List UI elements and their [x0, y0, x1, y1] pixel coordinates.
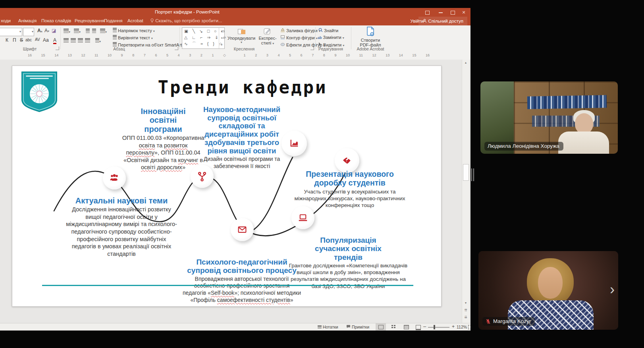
align-center-button[interactable] [71, 38, 76, 43]
participant-torso [558, 131, 609, 154]
dropdown-caret: ▾ [19, 30, 21, 33]
italic-button[interactable]: К [6, 37, 8, 43]
next-slide-button[interactable]: ⇊ [462, 315, 469, 319]
ribbon-options-icon [425, 11, 430, 15]
share-button[interactable]: Спільний доступ [418, 17, 467, 25]
shape-fill-button[interactable]: Заливка фігури ▾ [280, 28, 320, 33]
text-direction-label: Напрямок тексту [118, 28, 152, 33]
slide-sorter-icon [391, 325, 395, 328]
shape-outline-button[interactable]: Контур фігури ▾ [280, 35, 318, 40]
numbering-button[interactable]: ▾ [74, 29, 81, 34]
font-name-combo[interactable]: ▾ [0, 28, 22, 36]
arrange-button[interactable]: Упорядкувати ▾ [227, 28, 256, 44]
quick-styles-icon [264, 28, 272, 35]
block-innovative-programs[interactable]: Інноваційні освітні програми ОПП 011.00.… [121, 107, 205, 171]
tab-view[interactable]: Подання [104, 18, 122, 23]
decrease-indent-button[interactable] [86, 29, 90, 34]
envelope-icon-circle[interactable] [231, 218, 254, 241]
bullets-button[interactable]: ▾ [64, 29, 70, 34]
font-size-combo[interactable]: ▾ [23, 28, 34, 36]
line-spacing-button[interactable]: ▾ [100, 29, 107, 34]
tell-me-box[interactable]: Скажіть, що потрібно зробити... [150, 18, 222, 23]
scrollbar-thumb[interactable] [463, 164, 469, 181]
columns-button[interactable]: ▾ [95, 38, 101, 43]
restore-button[interactable] [447, 8, 458, 17]
panel-resize-handle[interactable] [471, 168, 475, 183]
strikethrough-button[interactable]: S [20, 37, 23, 43]
scroll-down-icon: ▾ [219, 35, 224, 41]
text-shadow-button[interactable]: abc [25, 38, 32, 42]
video-tile-top[interactable]: Людмила Леонідівна Хоружа [480, 81, 618, 154]
align-left-button[interactable] [64, 38, 69, 43]
block-presentation[interactable]: Презентація наукового доробку студентів … [290, 170, 409, 209]
shrink-font-button[interactable]: A▾ [44, 28, 49, 33]
shapes-gallery-scroll[interactable]: ▴ ▾ ▾ [219, 28, 224, 48]
align-right-button[interactable] [78, 38, 83, 43]
replace-icon: ab [318, 36, 322, 40]
find-label: Знайти [324, 28, 338, 33]
handshake-icon-circle[interactable] [335, 148, 359, 173]
block-psych-support[interactable]: Психолого-педагогічний супровід освітньо… [182, 258, 301, 304]
close-button[interactable]: ✕ [458, 8, 469, 17]
slideshow-view-button[interactable] [413, 323, 423, 331]
slide-sorter-view-button[interactable] [388, 323, 399, 331]
shapes-gallery[interactable]: ▣ ╲ ↘ □ ○ ▭ △ ∟ ⌐ ⇒ ⇓ ▱ ∿ ⌒ ≈ { } ☆ ▴ ▾ … [182, 27, 225, 49]
comments-button[interactable]: Примітки [346, 325, 369, 329]
slideshow-icon [416, 325, 421, 330]
title-bar[interactable]: Портрет кафедри - PowerPoint ✕ [0, 8, 470, 17]
reading-view-button[interactable] [401, 323, 411, 331]
tab-transitions-cut[interactable]: ходи [1, 18, 11, 23]
find-button[interactable]: Знайти [318, 28, 338, 33]
zoom-slider-track[interactable] [428, 327, 449, 328]
scroll-down-arrow[interactable]: ▾ [462, 301, 469, 305]
previous-slide-button[interactable]: ⇈ [462, 308, 469, 312]
clear-formatting-button[interactable]: ◪ [52, 28, 56, 33]
zoom-in-button[interactable]: + [452, 324, 455, 329]
bullet-list-icon [64, 29, 69, 33]
increase-indent-button[interactable] [92, 29, 96, 34]
participant-name: Margarita Kozyr [493, 318, 531, 324]
scroll-up-arrow[interactable]: ▴ [462, 60, 469, 64]
video-tile-bottom[interactable]: Margarita Kozyr [478, 251, 618, 330]
minimize-button[interactable] [435, 8, 446, 17]
shapes-row-2: △ ∟ ⌐ ⇒ ⇓ ▱ [182, 34, 224, 41]
next-participants-chevron[interactable]: › [610, 283, 615, 296]
shape-outline-label: Контур фігури [286, 35, 314, 40]
participant-name: Людмила Леонідівна Хоружа [488, 143, 559, 149]
quick-styles-button[interactable]: Експрес- стилі ▾ [257, 28, 278, 45]
vertical-scrollbar[interactable]: ▴ ▾ ⇈ ⇊ [462, 60, 469, 323]
slide-canvas[interactable]: Тренди кафедри [12, 66, 442, 307]
tab-acrobat[interactable]: Acrobat [127, 18, 143, 23]
ribbon-display-options-button[interactable] [422, 8, 433, 17]
grow-font-button[interactable]: A▴ [37, 28, 42, 33]
laptop-icon-circle[interactable] [291, 206, 314, 229]
replace-label: Замінити [323, 35, 341, 40]
normal-view-button[interactable] [376, 323, 386, 331]
character-spacing-button[interactable]: AV [35, 37, 40, 42]
align-right-icon [78, 38, 83, 43]
decrease-indent-icon [86, 29, 90, 33]
underline-button[interactable]: П [13, 37, 16, 43]
cursor-icon [318, 42, 322, 46]
block-scientific-method[interactable]: Науково-методичний супровід освітньої ск… [194, 106, 289, 170]
change-case-button[interactable]: Aa [43, 37, 49, 43]
notes-button[interactable]: Нотатки [318, 325, 338, 329]
tab-review[interactable]: Рецензування [75, 18, 104, 23]
block-actual-topics[interactable]: Актуальні наукові теми Дослідження іннов… [66, 196, 177, 257]
tab-animation[interactable]: Анімація [18, 18, 37, 23]
justify-button[interactable] [85, 38, 90, 43]
replace-button[interactable]: ab Замінити ▾ [318, 35, 344, 40]
create-pdf-button[interactable]: Створити PDF-файл [353, 27, 388, 47]
block-popularization[interactable]: Популяризація сучасних освітніх трендів … [287, 236, 409, 290]
font-color-button[interactable]: A [53, 37, 56, 44]
font-dialog-launcher[interactable] [56, 46, 59, 50]
tab-slideshow[interactable]: Показ слайдів [41, 18, 71, 23]
text-direction-button[interactable]: Напрямок тексту ▾ [113, 28, 155, 33]
paragraph-dialog-launcher[interactable] [175, 46, 178, 50]
caret-down-icon: ▾ [151, 37, 153, 40]
arrange-icon-front [241, 30, 245, 34]
align-text-button[interactable]: Вирівняти текст ▾ [113, 35, 153, 40]
zoom-slider-thumb[interactable] [434, 325, 435, 329]
zoom-out-button[interactable]: – [423, 323, 426, 329]
fit-to-window-button[interactable] [465, 323, 470, 331]
